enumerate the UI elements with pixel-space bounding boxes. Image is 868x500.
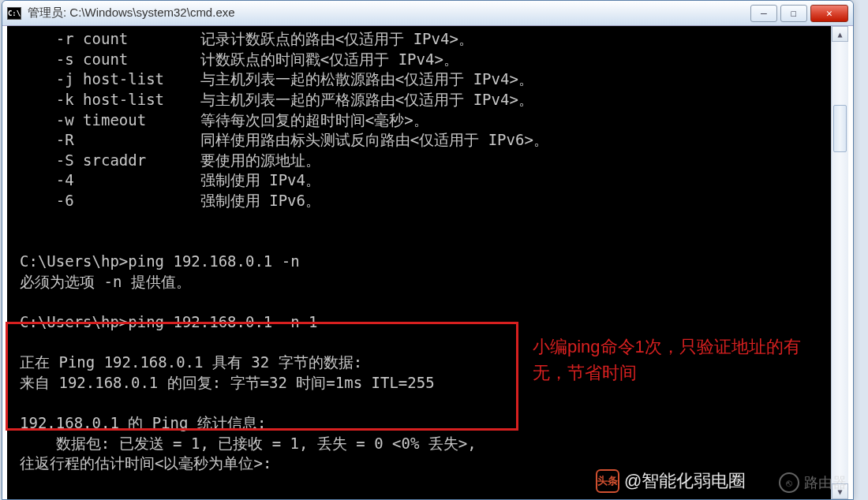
app-icon: C:\ — [7, 7, 21, 20]
window-title: 管理员: C:\Windows\system32\cmd.exe — [28, 6, 750, 21]
window-controls: — ☐ ✕ — [750, 5, 848, 22]
router-text: 路由器 — [804, 473, 847, 492]
scroll-up-button[interactable]: ▲ — [832, 26, 848, 42]
terminal-output[interactable]: -r count 记录计数跃点的路由<仅适用于 IPv4>。 -s count … — [7, 26, 831, 499]
watermark-text: @智能化弱电圈 — [624, 469, 746, 493]
router-icon: ⎋ — [779, 472, 799, 493]
maximize-button[interactable]: ☐ — [780, 5, 807, 22]
cmd-window: C:\ 管理员: C:\Windows\system32\cmd.exe — ☐… — [2, 0, 854, 500]
annotation-text: 小编ping命令1次，只验证地址的有无，节省时间 — [533, 334, 832, 386]
close-button[interactable]: ✕ — [810, 5, 848, 22]
vertical-scrollbar[interactable]: ▲ ▼ — [831, 26, 848, 499]
minimize-button[interactable]: — — [750, 5, 777, 22]
router-watermark: ⎋ 路由器 — [779, 472, 847, 493]
titlebar[interactable]: C:\ 管理员: C:\Windows\system32\cmd.exe — ☐… — [2, 1, 853, 26]
toutiao-icon: 头条 — [596, 469, 619, 493]
scroll-thumb[interactable] — [833, 105, 847, 152]
toutiao-watermark: 头条 @智能化弱电圈 — [596, 469, 746, 493]
